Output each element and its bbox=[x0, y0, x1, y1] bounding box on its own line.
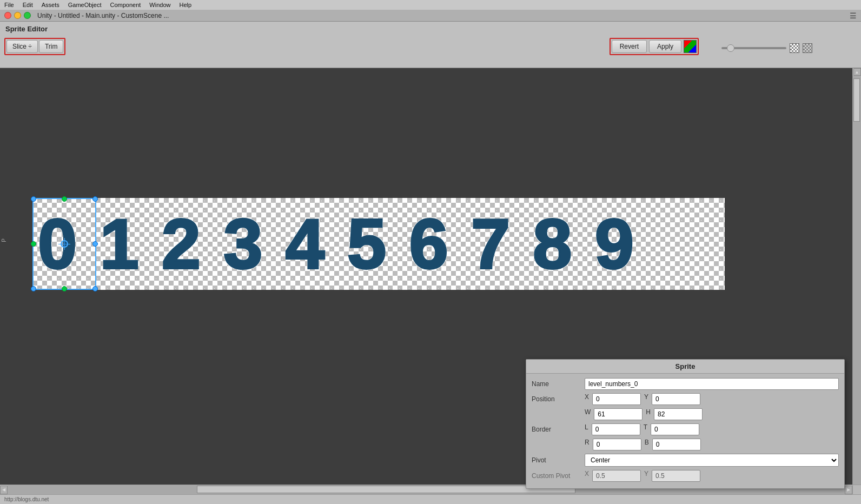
border-l-label: L bbox=[585, 423, 588, 435]
pos-x-input[interactable] bbox=[592, 393, 641, 405]
border-l-input[interactable] bbox=[592, 423, 640, 435]
scroll-right-arrow[interactable]: ▶ bbox=[845, 486, 852, 494]
color-picker-button[interactable] bbox=[803, 43, 812, 53]
size-coords: W H bbox=[585, 408, 839, 420]
trim-button[interactable]: Trim bbox=[39, 40, 64, 53]
border-row-2: R B bbox=[532, 439, 839, 450]
border-b-label: B bbox=[645, 439, 649, 450]
checkerboard-display-icon[interactable] bbox=[790, 43, 799, 53]
border-rb-coords: R B bbox=[585, 439, 839, 450]
size-h-label: H bbox=[646, 408, 651, 420]
menu-item-assets[interactable]: Assets bbox=[42, 2, 59, 8]
custom-pivot-x-input[interactable] bbox=[592, 470, 641, 482]
name-row: Name bbox=[532, 378, 839, 390]
custom-pivot-label: Custom Pivot bbox=[532, 472, 580, 480]
sprite-panel: Sprite Name Position X Y W H bbox=[526, 359, 845, 489]
toolbar-left: Slice ÷ Trim bbox=[4, 38, 65, 55]
custom-pivot-coords: X Y bbox=[585, 470, 839, 482]
title-bar: Unity - Untitled - Main.unity - CustomSc… bbox=[0, 10, 861, 22]
menu-bar: File Edit Assets GameObject Component Wi… bbox=[0, 0, 861, 10]
window-title-text: Unity - Untitled - Main.unity - CustomSc… bbox=[37, 12, 169, 19]
status-bar: http://blogs.dtu.net bbox=[0, 494, 861, 504]
sprite-numbers-text: 0 1 2 3 4 5 6 7 8 9 bbox=[38, 209, 635, 279]
sprite-editor-title: Sprite Editor bbox=[5, 25, 48, 33]
window-controls bbox=[4, 12, 31, 19]
custom-pivot-row: Custom Pivot X Y bbox=[532, 470, 839, 482]
apply-button[interactable]: Apply bbox=[649, 40, 681, 53]
slice-button[interactable]: Slice ÷ bbox=[6, 40, 38, 53]
scroll-corner bbox=[852, 485, 861, 494]
maximize-button[interactable] bbox=[24, 12, 31, 19]
menu-item-window[interactable]: Window bbox=[149, 2, 170, 8]
scroll-track-vertical bbox=[853, 76, 861, 487]
custom-pivot-y-input[interactable] bbox=[652, 470, 700, 482]
scroll-up-arrow[interactable]: ▲ bbox=[853, 68, 861, 76]
pivot-select[interactable]: Center TopLeft Top TopRight Left Right B… bbox=[585, 454, 839, 467]
size-w-input[interactable] bbox=[594, 408, 643, 420]
list-icon[interactable]: ☰ bbox=[850, 11, 857, 20]
name-label: Name bbox=[532, 380, 580, 388]
pos-x-label: X bbox=[585, 393, 589, 405]
menu-item-help[interactable]: Help bbox=[179, 2, 191, 8]
pos-y-label: Y bbox=[644, 393, 648, 405]
status-text: http://blogs.dtu.net bbox=[4, 496, 49, 502]
border-lt-coords: L T bbox=[585, 423, 839, 435]
close-button[interactable] bbox=[4, 12, 11, 19]
border-b-input[interactable] bbox=[652, 439, 701, 450]
minimize-button[interactable] bbox=[14, 12, 21, 19]
toolbar-right: Revert Apply bbox=[610, 38, 699, 55]
menu-item-file[interactable]: File bbox=[4, 2, 14, 8]
sprite-editor-header: Sprite Editor Slice ÷ Trim Revert Apply bbox=[0, 22, 861, 68]
sprite-strip-container: 0 1 2 3 4 5 6 7 8 9 bbox=[32, 198, 725, 290]
pos-coords: X Y bbox=[585, 393, 839, 405]
left-edge-indicator: P bbox=[1, 238, 7, 242]
position-label: Position bbox=[532, 395, 580, 403]
zoom-slider[interactable] bbox=[721, 47, 786, 49]
menu-item-component[interactable]: Component bbox=[110, 2, 141, 8]
border-r-label: R bbox=[585, 439, 590, 450]
pivot-row: Pivot Center TopLeft Top TopRight Left R… bbox=[532, 454, 839, 467]
size-w-label: W bbox=[585, 408, 591, 420]
pos-y-input[interactable] bbox=[652, 393, 700, 405]
menu-item-edit[interactable]: Edit bbox=[23, 2, 33, 8]
name-input[interactable] bbox=[585, 378, 839, 390]
position-row: Position X Y bbox=[532, 393, 839, 405]
border-t-input[interactable] bbox=[651, 423, 699, 435]
zoom-control-area bbox=[721, 43, 812, 53]
scroll-left-arrow[interactable]: ◀ bbox=[0, 486, 8, 494]
scroll-thumb-horizontal[interactable] bbox=[197, 486, 575, 493]
zoom-slider-thumb bbox=[727, 44, 734, 52]
numbers-display: 0 1 2 3 4 5 6 7 8 9 bbox=[32, 198, 725, 290]
revert-button[interactable]: Revert bbox=[612, 40, 647, 53]
sprite-panel-title: Sprite bbox=[526, 360, 844, 374]
border-row: Border L T bbox=[532, 423, 839, 435]
size-h-input[interactable] bbox=[654, 408, 703, 420]
border-t-label: T bbox=[644, 423, 647, 435]
sprite-panel-body: Name Position X Y W H Border bbox=[526, 374, 844, 488]
color-mode-swatch[interactable] bbox=[684, 40, 697, 53]
pivot-label: Pivot bbox=[532, 456, 580, 464]
custom-pivot-y-label: Y bbox=[644, 470, 648, 482]
custom-pivot-x-label: X bbox=[585, 470, 589, 482]
size-row: W H bbox=[532, 408, 839, 420]
border-r-input[interactable] bbox=[593, 439, 641, 450]
border-label: Border bbox=[532, 426, 580, 433]
menu-item-gameobject[interactable]: GameObject bbox=[68, 2, 102, 8]
scrollbar-right[interactable]: ▲ ▼ bbox=[852, 68, 861, 494]
scroll-thumb-vertical[interactable] bbox=[853, 78, 860, 122]
